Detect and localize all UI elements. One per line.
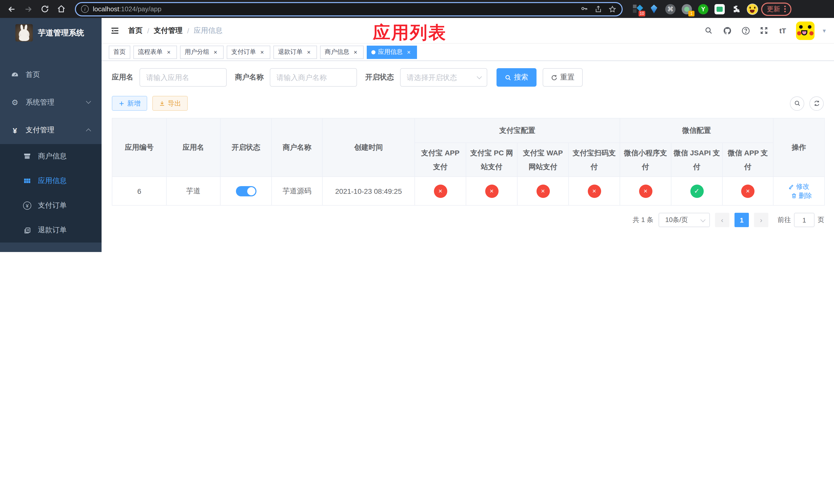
profile-avatar[interactable] <box>747 3 758 15</box>
next-page-button[interactable]: › <box>754 213 768 227</box>
back-icon[interactable] <box>5 2 19 16</box>
chevron-up-icon <box>86 129 91 134</box>
font-size-icon[interactable]: tT <box>777 25 788 36</box>
sidebar-item-label: 支付订单 <box>38 201 67 210</box>
search-button[interactable]: 搜索 <box>497 68 536 87</box>
avatar-caret-icon[interactable]: ▾ <box>823 27 826 34</box>
app-logo-row[interactable]: 芋道管理系统 <box>0 18 102 48</box>
extension-chat-icon[interactable] <box>714 3 725 15</box>
sidebar-item-app-info[interactable]: 应用信息 <box>0 169 102 193</box>
breadcrumb: 首页 / 支付管理 / 应用信息 <box>128 26 223 35</box>
url-text: localhost:1024/pay/app <box>93 5 161 13</box>
browser-update-button[interactable]: 更新 <box>761 2 791 16</box>
app-logo <box>15 24 33 42</box>
github-icon[interactable] <box>722 25 732 36</box>
payment-submenu: 商户信息 应用信息 ¥ 支付订单 <box>0 144 102 243</box>
status-select-input[interactable] <box>400 68 487 87</box>
home-icon[interactable] <box>54 2 68 16</box>
browser-menu-icon[interactable] <box>784 6 786 12</box>
navbar: 首页 / 支付管理 / 应用信息 应用列表 <box>102 18 834 44</box>
enabled-toggle[interactable] <box>236 186 256 196</box>
close-icon[interactable]: × <box>259 48 266 55</box>
browser-toolbar: i localhost:1024/pay/app 10 ⌘ <box>0 0 834 18</box>
page-number-1[interactable]: 1 <box>734 213 749 227</box>
tab-process-form[interactable]: 流程表单× <box>133 45 177 59</box>
col-alipay-qr: 支付宝扫码支付 <box>569 143 620 177</box>
channel-status-icon: × <box>536 184 550 198</box>
app-table: 应用编号 应用名 开启状态 商户名称 创建时间 支付宝配置 微信配置 操作 支付… <box>112 118 825 206</box>
app-name-input[interactable] <box>139 68 227 87</box>
close-icon[interactable]: × <box>352 48 359 55</box>
table-toolbar: 新增 导出 <box>112 96 824 111</box>
prev-page-button[interactable]: ‹ <box>715 213 729 227</box>
breadcrumb-home[interactable]: 首页 <box>128 26 142 35</box>
merchant-name-input[interactable] <box>270 68 357 87</box>
close-icon[interactable]: × <box>405 48 412 55</box>
cell-created: 2021-10-23 08:49:25 <box>322 177 415 205</box>
fullscreen-icon[interactable] <box>759 25 769 36</box>
tab-refund-orders[interactable]: 退款订单× <box>273 45 317 59</box>
sidebar-item-pay-orders[interactable]: ¥ 支付订单 <box>0 193 102 218</box>
tab-pay-orders[interactable]: 支付订单× <box>227 45 270 59</box>
extensions-puzzle-icon[interactable] <box>730 3 742 15</box>
status-select[interactable] <box>400 68 487 87</box>
extension-command-icon[interactable]: ⌘ <box>665 3 676 15</box>
extension-kite-icon[interactable] <box>648 3 660 15</box>
refresh-button[interactable] <box>809 96 824 111</box>
sidebar-fold-icon[interactable] <box>110 25 120 36</box>
extension-blocks-icon[interactable]: 10 <box>632 3 643 15</box>
header-search-icon[interactable] <box>704 25 714 36</box>
channel-status-icon: × <box>639 184 652 198</box>
sidebar-item-system[interactable]: ⚙ 系统管理 <box>0 89 102 116</box>
close-icon[interactable]: × <box>165 48 172 55</box>
user-avatar[interactable] <box>796 21 814 40</box>
page-info-icon[interactable]: i <box>81 5 89 13</box>
channel-status-icon: ✓ <box>690 184 703 198</box>
bookmark-star-icon[interactable] <box>608 5 616 13</box>
channel-status-icon: × <box>588 184 601 198</box>
extension-y-icon[interactable]: Y <box>698 3 709 15</box>
extensions-row: 10 ⌘ 1 Y <box>632 3 758 15</box>
sidebar-item-infrastructure[interactable]: 基础设施 <box>0 243 102 252</box>
add-button[interactable]: 新增 <box>112 96 147 111</box>
goto-page-input[interactable] <box>794 213 814 227</box>
col-alipay-wap: 支付宝 WAP 网站支付 <box>517 143 569 177</box>
tags-view: 首页 流程表单× 用户分组× 支付订单× 退款订单× 商户信息× 应用信息× <box>102 44 834 61</box>
export-button[interactable]: 导出 <box>152 96 188 111</box>
sidebar-item-label: 应用信息 <box>38 176 67 186</box>
url-bar[interactable]: i localhost:1024/pay/app <box>75 2 623 16</box>
close-icon[interactable]: × <box>305 48 312 55</box>
sidebar-item-merchant-info[interactable]: 商户信息 <box>0 144 102 169</box>
reload-icon[interactable] <box>38 2 51 16</box>
col-alipay-app: 支付宝 APP 支付 <box>415 143 466 177</box>
yen-icon: ¥ <box>10 125 20 135</box>
page-suffix: 页 <box>818 215 824 225</box>
monitor-icon <box>10 252 20 252</box>
tab-home[interactable]: 首页 <box>109 45 130 59</box>
page-size-select[interactable]: 10条/页 <box>659 213 710 227</box>
sidebar-item-payment[interactable]: ¥ 支付管理 <box>0 116 102 144</box>
close-icon[interactable]: × <box>212 48 219 55</box>
col-alipay-pc: 支付宝 PC 网站支付 <box>466 143 517 177</box>
password-key-icon[interactable] <box>580 5 588 13</box>
tab-app-info[interactable]: 应用信息× <box>367 45 417 59</box>
sidebar-item-refund-orders[interactable]: 退款订单 <box>0 218 102 243</box>
sidebar-item-label: 基础设施 <box>26 252 54 252</box>
tab-merchant-info[interactable]: 商户信息× <box>320 45 364 59</box>
search-form: 应用名 商户名称 开启状态 搜索 重置 <box>112 68 824 87</box>
tab-user-group[interactable]: 用户分组× <box>180 45 224 59</box>
edit-button[interactable]: 修改 <box>788 182 809 191</box>
help-icon[interactable] <box>741 25 751 36</box>
forward-icon[interactable] <box>22 2 35 16</box>
breadcrumb-payment[interactable]: 支付管理 <box>154 26 182 35</box>
delete-button[interactable]: 删除 <box>791 191 812 200</box>
toggle-search-button[interactable] <box>790 96 804 111</box>
sidebar-item-home[interactable]: 首页 <box>0 61 102 89</box>
col-merchant: 商户名称 <box>271 118 322 177</box>
channel-status-icon: × <box>434 184 447 198</box>
share-icon[interactable] <box>594 5 602 13</box>
reset-button[interactable]: 重置 <box>543 68 583 87</box>
cell-app-id: 6 <box>112 177 167 205</box>
extension-recorder-icon[interactable]: 1 <box>681 3 693 15</box>
storefront-icon <box>23 152 32 161</box>
